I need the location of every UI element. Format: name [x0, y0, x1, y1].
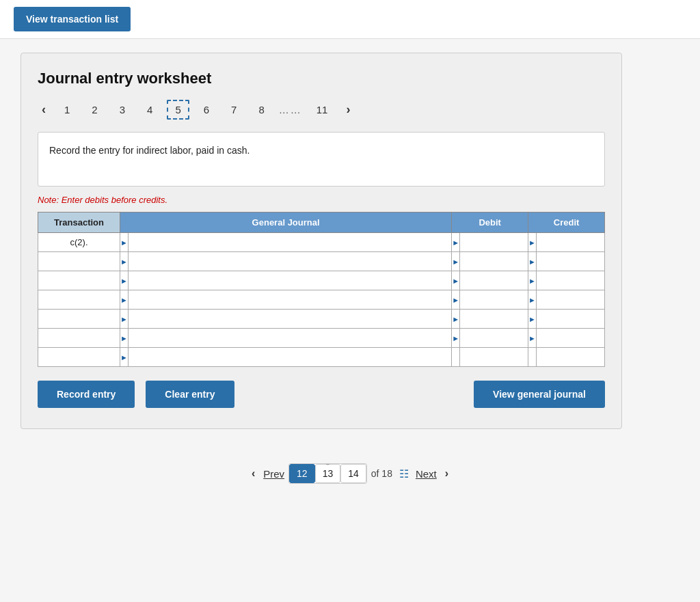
gj-input-5[interactable]: [129, 310, 451, 328]
general-journal-cell[interactable]: [128, 233, 451, 252]
gj-input-2[interactable]: [129, 252, 451, 271]
gj-input-3[interactable]: [129, 271, 451, 290]
next-button[interactable]: Next: [416, 468, 437, 480]
step-3[interactable]: 3: [112, 100, 133, 119]
credit-input-2[interactable]: [537, 252, 604, 271]
step-11[interactable]: 11: [309, 100, 336, 119]
debit-cell[interactable]: [460, 329, 528, 348]
gj-input-6[interactable]: [129, 329, 451, 347]
credit-cell[interactable]: [537, 233, 605, 252]
view-transaction-button[interactable]: View transaction list: [14, 7, 131, 31]
arrow-cell-gj-2: ►: [120, 252, 129, 271]
step-8[interactable]: 8: [251, 100, 271, 119]
table-row: ►: [38, 348, 605, 367]
credit-cell[interactable]: [537, 252, 605, 271]
arrow-cell-c-7: [528, 348, 537, 367]
debit-input-2[interactable]: [460, 252, 528, 271]
transaction-cell: [38, 310, 120, 329]
worksheet-container: Journal entry worksheet ‹ 1 2 3 4 5 6 7 …: [21, 53, 622, 429]
instruction-text: Record the entry for indirect labor, pai…: [49, 145, 250, 156]
step-navigation: ‹ 1 2 3 4 5 6 7 8 …… 11 ›: [38, 100, 605, 120]
debit-input-5[interactable]: [460, 310, 528, 328]
credit-input-1[interactable]: [537, 233, 604, 251]
debit-cell[interactable]: [460, 271, 528, 290]
action-buttons: Record entry Clear entry View general jo…: [38, 381, 605, 408]
step-2[interactable]: 2: [84, 100, 105, 119]
bottom-bar: ‹ Prev ↺ 12 13 14 of 18 ☷ Next ›: [0, 443, 700, 504]
debit-input-3[interactable]: [460, 271, 528, 290]
table-row: ► ► ►: [38, 329, 605, 348]
credit-input-4[interactable]: [537, 290, 604, 309]
transaction-cell: c(2).: [38, 233, 120, 252]
pagination-next-arrow[interactable]: ›: [441, 465, 453, 482]
page-14[interactable]: 14: [340, 464, 366, 483]
transaction-cell: [38, 348, 120, 367]
view-general-journal-button[interactable]: View general journal: [474, 381, 605, 408]
prev-button[interactable]: Prev: [263, 468, 284, 480]
gj-input-7[interactable]: [129, 348, 451, 366]
general-journal-cell[interactable]: [128, 252, 451, 271]
debit-input-7[interactable]: [460, 348, 528, 366]
step-4[interactable]: 4: [139, 100, 160, 119]
record-entry-button[interactable]: Record entry: [38, 381, 135, 408]
debit-cell[interactable]: [460, 310, 528, 329]
credit-cell[interactable]: [537, 271, 605, 290]
arrow-cell-c-2: ►: [528, 252, 537, 271]
general-journal-cell[interactable]: [128, 271, 451, 290]
top-bar: View transaction list: [0, 0, 700, 39]
credit-input-7[interactable]: [537, 348, 604, 366]
general-journal-cell[interactable]: [128, 329, 451, 348]
credit-input-6[interactable]: [537, 329, 604, 347]
transaction-cell: [38, 329, 120, 348]
table-row: ► ► ►: [38, 290, 605, 310]
arrow-cell-d-4: ►: [452, 290, 460, 310]
general-journal-cell[interactable]: [128, 310, 451, 329]
debit-cell[interactable]: [460, 252, 528, 271]
arrow-cell-c-6: ►: [528, 329, 537, 348]
arrow-cell-d-2: ►: [452, 252, 460, 271]
credit-cell[interactable]: [537, 329, 605, 348]
general-journal-cell[interactable]: [128, 290, 451, 310]
step-next-arrow[interactable]: ›: [342, 101, 354, 118]
clear-entry-button[interactable]: Clear entry: [146, 381, 234, 408]
table-row: ► ► ►: [38, 310, 605, 329]
arrow-cell-c-4: ►: [528, 290, 537, 310]
arrow-cell-c-3: ►: [528, 271, 537, 290]
step-prev-arrow[interactable]: ‹: [38, 101, 50, 118]
gj-input-1[interactable]: [129, 233, 451, 251]
journal-table: Transaction General Journal Debit Credit…: [38, 212, 605, 367]
debit-input-4[interactable]: [460, 290, 528, 309]
transaction-cell: [38, 271, 120, 290]
debit-cell[interactable]: [460, 290, 528, 310]
grid-icon[interactable]: ☷: [396, 465, 412, 483]
th-transaction: Transaction: [38, 213, 120, 233]
transaction-cell: [38, 252, 120, 271]
table-row: ► ► ►: [38, 252, 605, 271]
general-journal-cell[interactable]: [128, 348, 451, 367]
step-7[interactable]: 7: [224, 100, 244, 119]
step-6[interactable]: 6: [196, 100, 217, 119]
arrow-cell-gj-6: ►: [120, 329, 129, 348]
table-row: ► ► ►: [38, 271, 605, 290]
pagination-prev-arrow[interactable]: ‹: [247, 465, 259, 482]
credit-input-3[interactable]: [537, 271, 604, 290]
pagination: ‹ Prev ↺ 12 13 14 of 18 ☷ Next ›: [247, 463, 453, 484]
instruction-box: Record the entry for indirect labor, pai…: [38, 132, 605, 187]
credit-cell[interactable]: [537, 290, 605, 310]
credit-cell[interactable]: [537, 310, 605, 329]
arrow-cell-gj-4: ►: [120, 290, 129, 310]
credit-cell[interactable]: [537, 348, 605, 367]
credit-input-5[interactable]: [537, 310, 604, 328]
debit-cell[interactable]: [460, 348, 528, 367]
step-5[interactable]: 5: [167, 100, 189, 120]
note-text: Note: Enter debits before credits.: [38, 195, 605, 205]
step-1[interactable]: 1: [57, 100, 77, 119]
page-12[interactable]: 12: [289, 464, 315, 483]
arrow-cell-c-5: ►: [528, 310, 537, 329]
table-row: c(2). ► ► ►: [38, 233, 605, 252]
debit-cell[interactable]: [460, 233, 528, 252]
debit-input-6[interactable]: [460, 329, 528, 347]
debit-input-1[interactable]: [460, 233, 528, 251]
gj-input-4[interactable]: [129, 290, 451, 309]
arrow-cell-d-1: ►: [452, 233, 460, 252]
